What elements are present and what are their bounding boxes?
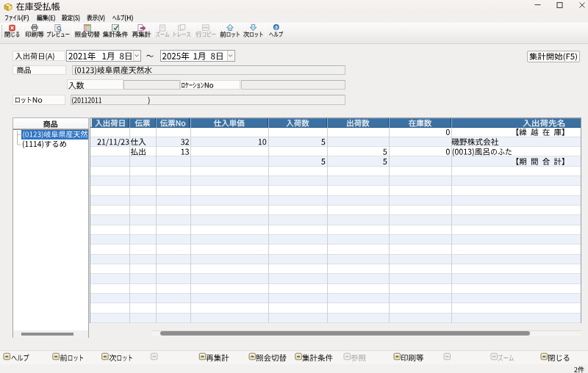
svg-text:?: ? — [275, 25, 278, 30]
